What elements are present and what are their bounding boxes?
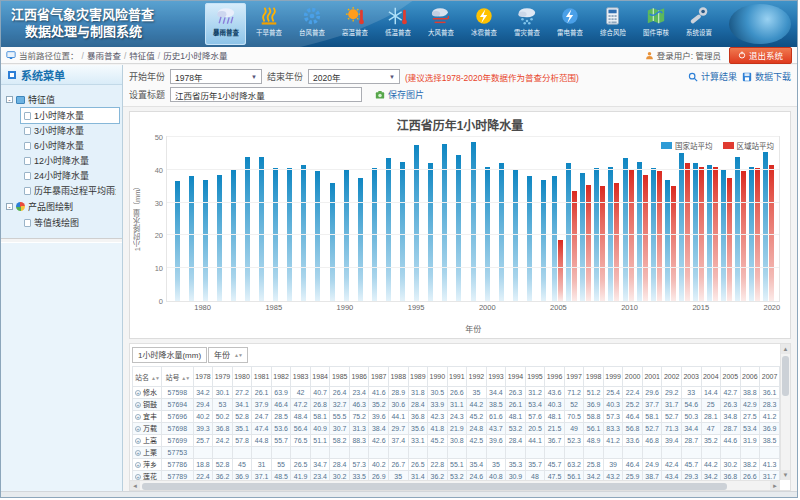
tree-item-0-3[interactable]: 12小时降水量 <box>21 153 119 168</box>
row-expand-icon[interactable]: + <box>135 450 141 456</box>
column-header-year[interactable]: 1991 <box>447 367 467 387</box>
nav-item-3[interactable]: 高温普查 <box>334 3 375 45</box>
legend-item: 区域站平均 <box>723 140 775 151</box>
column-header-year[interactable]: 2004 <box>701 367 721 387</box>
station-name-cell[interactable]: +万载 <box>133 423 162 435</box>
column-header-year[interactable]: 2006 <box>740 367 760 387</box>
column-header-year[interactable]: 1984 <box>310 367 330 387</box>
vertical-scroll-thumb[interactable] <box>782 356 789 396</box>
value-cell: 54.6 <box>681 399 701 411</box>
horizontal-scrollbar[interactable]: ◄ ► <box>130 480 780 490</box>
row-expand-icon[interactable]: + <box>135 390 141 396</box>
column-header-year[interactable]: 2003 <box>681 367 701 387</box>
calculate-button[interactable]: 计算结果 <box>688 70 737 83</box>
row-expand-icon[interactable]: + <box>135 438 141 444</box>
tree-item-0-1[interactable]: 3小时降水量 <box>21 123 119 138</box>
collapse-icon[interactable]: - <box>6 203 13 210</box>
column-header-year[interactable]: 1999 <box>603 367 623 387</box>
station-name-cell[interactable]: +修水 <box>133 387 162 399</box>
column-header-id[interactable]: 站号 ▲▼ <box>161 367 193 387</box>
station-name-cell[interactable]: +萍乡 <box>133 459 162 471</box>
station-name-cell[interactable]: +铜鼓 <box>133 399 162 411</box>
column-header-year[interactable]: 1985 <box>330 367 350 387</box>
nav-item-10[interactable]: 图件审核 <box>635 3 676 45</box>
sort-arrows-icon: ▲▼ <box>181 375 189 381</box>
column-header-year[interactable]: 1983 <box>291 367 311 387</box>
horizontal-scroll-thumb[interactable] <box>142 483 727 490</box>
column-header-year[interactable]: 1996 <box>545 367 565 387</box>
bar-regional <box>657 171 662 301</box>
tree-parent-0[interactable]: -特征值 <box>4 91 119 108</box>
value-cell <box>271 447 291 459</box>
tree-item-0-5[interactable]: 历年暴雨过程平均雨量 <box>21 183 119 198</box>
scroll-down-icon[interactable]: ▼ <box>781 470 790 480</box>
column-header-year[interactable]: 1989 <box>408 367 428 387</box>
breadcrumb-item[interactable]: 历史1小时降水量 <box>163 51 227 61</box>
collapse-icon[interactable]: - <box>6 96 13 103</box>
column-header-year[interactable]: 1979 <box>213 367 233 387</box>
column-header-year[interactable]: 1986 <box>349 367 369 387</box>
column-header-year[interactable]: 1992 <box>467 367 487 387</box>
column-header-year[interactable]: 1982 <box>271 367 291 387</box>
bar-national <box>386 158 391 301</box>
column-header-year[interactable]: 1990 <box>428 367 448 387</box>
row-expand-icon[interactable]: + <box>135 414 141 420</box>
gridline <box>167 267 779 268</box>
row-expand-icon[interactable]: + <box>135 402 141 408</box>
column-header-year[interactable]: 1988 <box>389 367 409 387</box>
tree-item-0-4[interactable]: 24小时降水量 <box>21 168 119 183</box>
column-header-year[interactable]: 1993 <box>486 367 506 387</box>
row-expand-icon[interactable]: + <box>135 426 141 432</box>
column-header-year[interactable]: 1981 <box>252 367 272 387</box>
scroll-left-icon[interactable]: ◄ <box>130 481 140 490</box>
column-header-year[interactable]: 2002 <box>662 367 682 387</box>
value-cell: 76.5 <box>291 435 311 447</box>
nav-item-0[interactable]: 暴雨普查 <box>205 3 246 45</box>
nav-item-5[interactable]: 大风普查 <box>420 3 461 45</box>
chart-title-input[interactable] <box>170 87 362 102</box>
tree-item-1-0[interactable]: 等值线绘图 <box>21 215 119 230</box>
column-header-year[interactable]: 1998 <box>584 367 604 387</box>
station-name-cell[interactable]: +宜丰 <box>133 411 162 423</box>
nav-item-11[interactable]: 系统设置 <box>678 3 719 45</box>
nav-item-2[interactable]: 台风普查 <box>291 3 332 45</box>
logout-button[interactable]: 退出系统 <box>729 47 792 64</box>
table-row: +宜丰5769640.250.252.824.728.548.458.155.5… <box>133 411 780 423</box>
vertical-scrollbar[interactable]: ▲ ▼ <box>780 344 790 480</box>
end-year-select[interactable]: 2020年▼ <box>308 69 400 84</box>
column-header-year[interactable]: 1978 <box>193 367 213 387</box>
tree-item-0-0[interactable]: 1小时降水量 <box>21 108 119 123</box>
nav-item-4[interactable]: 低温普查 <box>377 3 418 45</box>
column-header-year[interactable]: 1995 <box>525 367 545 387</box>
nav-item-8[interactable]: 雷电普查 <box>549 3 590 45</box>
table-row: +上高5769925.724.257.844.855.776.551.158.2… <box>133 435 780 447</box>
scroll-right-icon[interactable]: ► <box>770 481 780 490</box>
tree-parent-1[interactable]: -产品图绘制 <box>4 198 119 215</box>
tree-item-0-2[interactable]: 6小时降水量 <box>21 138 119 153</box>
breadcrumb-item[interactable]: 特征值 <box>129 51 155 61</box>
station-name-cell[interactable]: +上栗 <box>133 447 162 459</box>
nav-item-1[interactable]: 干旱普查 <box>248 3 289 45</box>
nav-item-9[interactable]: 综合风险 <box>592 3 633 45</box>
column-header-year[interactable]: 2005 <box>721 367 741 387</box>
column-header-year[interactable]: 1994 <box>506 367 526 387</box>
column-header-year[interactable]: 2000 <box>623 367 643 387</box>
column-header-year[interactable]: 1987 <box>369 367 389 387</box>
download-button[interactable]: 数据下载 <box>742 70 791 83</box>
value-cell: 40.3 <box>603 399 623 411</box>
row-expand-icon[interactable]: + <box>135 462 141 468</box>
column-header-name[interactable]: 站名 ▲▼ <box>133 367 162 387</box>
column-header-year[interactable]: 1980 <box>232 367 252 387</box>
nav-item-6[interactable]: 冰雹普查 <box>463 3 504 45</box>
station-name-cell[interactable]: +莲花 <box>133 471 162 481</box>
nav-item-7[interactable]: 雪灾普查 <box>506 3 547 45</box>
save-image-button[interactable]: 保存图片 <box>375 88 424 101</box>
station-name-cell[interactable]: +上高 <box>133 435 162 447</box>
start-year-select[interactable]: 1978年▼ <box>170 69 262 84</box>
column-header-year[interactable]: 1997 <box>564 367 584 387</box>
column-header-year[interactable]: 2007 <box>760 367 780 387</box>
table-year-group-header[interactable]: 年份 ▲▼ <box>208 347 248 363</box>
breadcrumb-item[interactable]: 暴雨普查 <box>87 51 121 61</box>
column-header-year[interactable]: 2001 <box>642 367 662 387</box>
scroll-up-icon[interactable]: ▲ <box>781 344 790 354</box>
